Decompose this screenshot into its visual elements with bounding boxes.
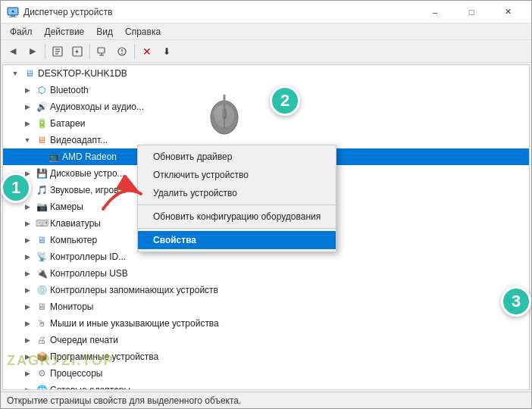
monitor-label: Мониторы: [50, 301, 529, 312]
monitor-expand-icon: ▶: [21, 301, 33, 313]
toolbar-btn-3[interactable]: [93, 42, 111, 61]
toolbar-btn-down[interactable]: ⬇: [158, 42, 176, 61]
audio-icon: 🔊: [36, 101, 48, 113]
mouse-icon: 🖱: [36, 317, 48, 329]
tree-item-network[interactable]: ▶ 🌐 Сетевые адаптеры: [3, 382, 529, 390]
tree-item-monitor[interactable]: ▶ 🖥 Мониторы: [3, 298, 529, 315]
status-text: Открытие страницы свойств для выделенног…: [7, 395, 241, 406]
video-icon: 🖥: [36, 134, 48, 146]
storage-icon: 💿: [36, 284, 48, 296]
cpu-label: Процессоры: [50, 368, 529, 379]
cpu-expand-icon: ▶: [21, 367, 33, 379]
bluetooth-icon: ⬡: [36, 84, 48, 96]
menu-view[interactable]: Вид: [90, 25, 119, 39]
network-expand-icon: ▶: [21, 384, 33, 390]
window-title: Диспетчер устройств: [23, 7, 112, 17]
step-2-circle: 2: [270, 86, 300, 116]
title-controls: – □ ✕: [418, 1, 525, 23]
software-icon: 📦: [36, 351, 48, 363]
close-button[interactable]: ✕: [490, 1, 525, 23]
svg-rect-2: [9, 17, 17, 17]
bluetooth-expand-icon: ▶: [21, 84, 33, 96]
window-icon: [7, 6, 19, 18]
storage-expand-icon: ▶: [21, 284, 33, 296]
ctx-refresh-hw[interactable]: Обновить конфигурацию оборудования: [138, 208, 336, 226]
storage-label: Контроллеры запоминающих устройств: [50, 285, 529, 295]
computer-expand-icon: ▶: [21, 234, 33, 246]
toolbar-btn-2[interactable]: ✦: [68, 42, 86, 61]
menu-action[interactable]: Действие: [39, 25, 91, 39]
title-bar: Диспетчер устройств – □ ✕: [1, 1, 531, 23]
battery-expand-icon: ▶: [21, 117, 33, 130]
toolbar-btn-1[interactable]: [49, 42, 67, 61]
ctx-uninstall[interactable]: Удалить устройство: [138, 184, 336, 202]
step-1-circle: 1: [1, 173, 31, 203]
root-label: DESKTOP-KUHK1DB: [38, 68, 529, 79]
disk-icon: 💾: [36, 167, 48, 180]
ctx-separator-2: [138, 228, 336, 229]
toolbar-separator-1: [45, 44, 45, 59]
toolbar-btn-red[interactable]: ✕: [138, 42, 156, 61]
mouse-label: Мыши и иные указывающие устройства: [50, 318, 529, 329]
svg-rect-1: [11, 15, 15, 17]
monitor-icon: 🖥: [36, 301, 48, 313]
ctx-separator: [138, 204, 336, 205]
tree-root[interactable]: ▼ 🖥 DESKTOP-KUHK1DB: [3, 65, 529, 82]
toolbar-separator-2: [89, 44, 90, 59]
ctx-update-driver[interactable]: Обновить драйвер: [138, 148, 336, 166]
computer-icon: 🖥: [23, 67, 36, 80]
printer-expand-icon: ▶: [21, 334, 33, 346]
camera-icon: 📷: [36, 201, 48, 213]
svg-text:✦: ✦: [74, 48, 80, 55]
audio-expand-icon: ▶: [21, 101, 33, 113]
menu-help[interactable]: Справка: [119, 25, 167, 39]
printer-label: Очереди печати: [50, 335, 529, 345]
software-expand-icon: ▶: [21, 351, 33, 363]
maximize-button[interactable]: □: [454, 1, 489, 23]
video-expand-icon: ▼: [21, 134, 33, 146]
keyboard-icon: ⌨: [36, 217, 48, 229]
software-label: Программные устройства: [50, 351, 529, 362]
usb-icon: 🔌: [36, 267, 48, 279]
tree-item-bluetooth[interactable]: ▶ ⬡ Bluetooth: [3, 82, 529, 98]
step-3-circle: 3: [501, 286, 531, 317]
svg-point-16: [121, 52, 123, 54]
network-icon: 🌐: [36, 384, 48, 390]
ctx-disable[interactable]: Отключить устройство: [138, 166, 336, 184]
ide-label: Контроллеры ID...: [50, 251, 529, 262]
tree-item-cpu[interactable]: ▶ ⚙ Процессоры: [3, 365, 529, 382]
svg-rect-11: [98, 48, 105, 53]
mouse-cursor-illustration: [198, 95, 251, 139]
network-label: Сетевые адаптеры: [50, 385, 529, 390]
printer-icon: 🖨: [36, 334, 48, 346]
mouse-expand-icon: ▶: [21, 317, 33, 329]
cpu-icon: ⚙: [36, 367, 48, 379]
content-area: ▼ 🖥 DESKTOP-KUHK1DB ▶ ⬡ Bluetooth ▶ 🔊 Ау…: [1, 63, 531, 392]
toolbar-btn-4[interactable]: [113, 42, 131, 61]
context-menu: Обновить драйвер Отключить устройство Уд…: [137, 145, 336, 252]
toolbar: ◀ ▶ ✦ ✕ ⬇: [1, 40, 531, 63]
svg-point-4: [12, 10, 14, 12]
usb-expand-icon: ▶: [21, 267, 33, 279]
svg-point-21: [213, 105, 225, 120]
ctx-properties[interactable]: Свойства: [138, 231, 336, 249]
video-label: Видеоадапт...: [50, 135, 529, 145]
status-bar: Открытие страницы свойств для выделенног…: [1, 392, 531, 408]
menu-file[interactable]: Файл: [4, 25, 39, 39]
tree-item-audio[interactable]: ▶ 🔊 Аудиовходы и аудио...: [3, 98, 529, 115]
tree-item-usb[interactable]: ▶ 🔌 Контроллеры USB: [3, 265, 529, 282]
pc-icon: 🖥: [36, 234, 48, 246]
menu-bar: Файл Действие Вид Справка: [1, 23, 531, 40]
tree-item-software[interactable]: ▶ 📦 Программные устройства: [3, 348, 529, 365]
tree-item-printer[interactable]: ▶ 🖨 Очереди печати: [3, 332, 529, 348]
tree-item-mouse[interactable]: ▶ 🖱 Мыши и иные указывающие устройства: [3, 315, 529, 332]
battery-icon: 🔋: [36, 117, 48, 130]
sound-icon: 🎵: [36, 184, 48, 196]
back-button[interactable]: ◀: [4, 42, 22, 61]
amd-icon: 📺: [48, 151, 60, 163]
tree-item-battery[interactable]: ▶ 🔋 Батареи: [3, 115, 529, 132]
minimize-button[interactable]: –: [418, 1, 452, 23]
forward-button[interactable]: ▶: [23, 42, 42, 61]
amd-expand-icon: [33, 151, 45, 163]
tree-item-storage[interactable]: ▶ 💿 Контроллеры запоминающих устройств: [3, 282, 529, 298]
